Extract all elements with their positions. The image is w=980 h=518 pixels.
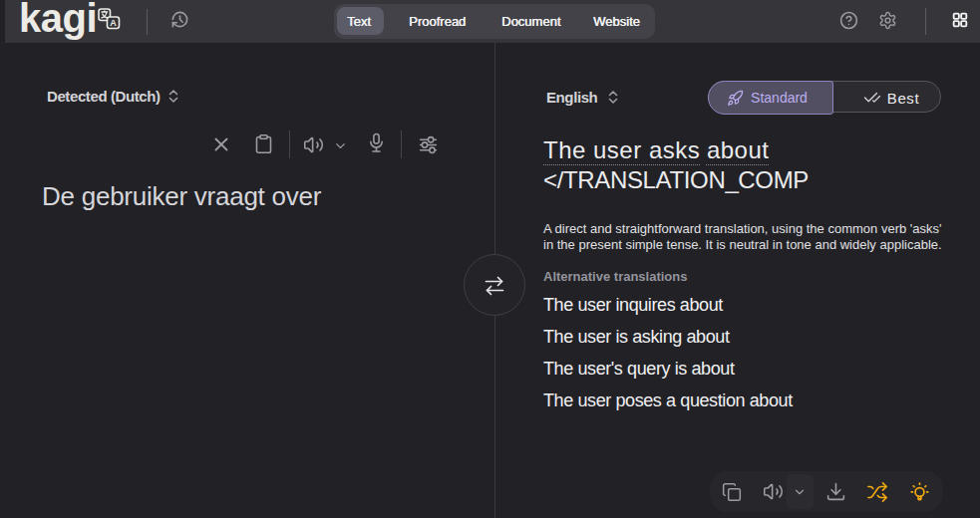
svg-text:A: A — [110, 18, 117, 28]
